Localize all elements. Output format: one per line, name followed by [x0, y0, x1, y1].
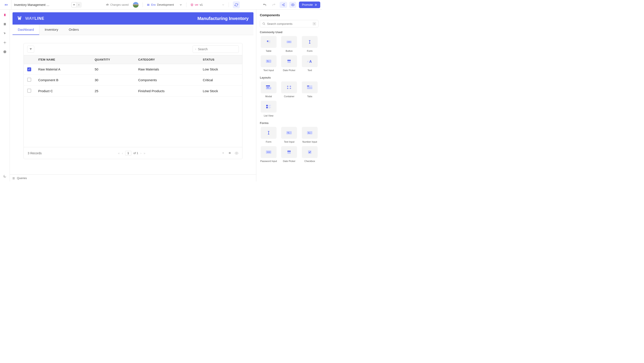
mobile-icon[interactable] — [76, 2, 81, 7]
rail-pages-icon[interactable] — [3, 22, 7, 26]
component-numberinput[interactable]: 1..Number Input — [301, 127, 318, 143]
redo-icon — [272, 3, 276, 6]
cell-status: Critical — [199, 75, 242, 86]
tabs: Dashboard Inventory Orders — [12, 24, 254, 35]
table-search[interactable] — [193, 45, 239, 53]
component-password[interactable]: Password Input — [260, 146, 278, 162]
refresh-button[interactable] — [233, 1, 240, 8]
svg-text:A: A — [307, 60, 308, 63]
svg-point-35 — [288, 42, 288, 42]
component-search-input[interactable] — [267, 22, 311, 25]
component-table[interactable]: Table — [260, 36, 278, 52]
svg-rect-67 — [268, 107, 271, 107]
share-button[interactable] — [280, 2, 287, 8]
search-icon — [195, 48, 196, 51]
app-logo[interactable] — [2, 0, 12, 9]
svg-point-77 — [267, 152, 268, 153]
rail-debug-icon[interactable] — [3, 40, 7, 45]
component-textinput[interactable]: T..Text Input — [260, 55, 278, 71]
component-button[interactable]: Button — [280, 36, 298, 52]
tab-orders[interactable]: Orders — [64, 24, 84, 35]
chevron-down-icon — [179, 3, 182, 6]
table-row[interactable]: Raw Material A 50 Raw Materials Low Stoc… — [24, 64, 242, 75]
svg-point-18 — [195, 49, 196, 49]
save-status: Changes saved — [106, 3, 128, 6]
component-datepicker[interactable]: Date Picker — [280, 55, 298, 71]
svg-line-8 — [283, 5, 284, 5]
promote-button[interactable]: Promote — [299, 1, 320, 8]
component-listview[interactable]: List View — [260, 101, 278, 117]
component-container[interactable]: Container — [280, 81, 298, 98]
rail-components-icon[interactable] — [3, 13, 7, 17]
environment-selector[interactable]: Env Development — [147, 3, 182, 6]
page-prev[interactable]: ‹ — [122, 151, 123, 155]
component-tabs[interactable]: Tabs — [301, 81, 318, 98]
svg-rect-25 — [12, 178, 14, 178]
component-datepicker[interactable]: Date Picker — [280, 146, 298, 162]
text-icon: AA — [302, 55, 318, 67]
panel-title: Components — [260, 13, 318, 17]
download-button[interactable] — [228, 151, 231, 155]
user-avatar[interactable] — [133, 2, 138, 8]
svg-line-28 — [264, 24, 265, 25]
cell-category: Finished Products — [135, 86, 199, 97]
redo-button[interactable] — [270, 1, 278, 8]
device-toggle[interactable] — [71, 2, 82, 8]
tab-inventory[interactable]: Inventory — [39, 24, 64, 35]
search-input[interactable] — [198, 47, 236, 51]
component-modal[interactable]: Modal — [260, 81, 278, 98]
svg-point-36 — [289, 42, 289, 42]
col-category[interactable]: CATEGORY — [135, 55, 199, 64]
svg-point-27 — [263, 22, 264, 24]
modal-icon — [261, 81, 276, 93]
component-text[interactable]: AAText — [301, 55, 318, 71]
cell-quantity: 25 — [91, 86, 135, 97]
component-checkbox[interactable]: Checkbox — [301, 146, 318, 162]
row-checkbox[interactable] — [27, 78, 31, 82]
page-last[interactable]: » — [144, 151, 146, 155]
col-item-name[interactable]: ITEM NAME — [35, 55, 91, 64]
svg-rect-31 — [269, 41, 270, 42]
hide-columns-button[interactable] — [235, 151, 238, 155]
filter-button[interactable] — [27, 46, 34, 53]
page-current[interactable] — [125, 151, 131, 156]
rail-settings-icon[interactable] — [3, 50, 7, 54]
row-checkbox[interactable] — [27, 67, 31, 71]
undo-button[interactable] — [261, 1, 268, 8]
desktop-icon[interactable] — [72, 2, 76, 7]
left-rail — [0, 10, 10, 181]
queries-panel-toggle[interactable]: Queries — [10, 174, 256, 181]
datepicker-icon — [281, 146, 297, 158]
add-row-button[interactable] — [222, 151, 225, 155]
component-form[interactable]: Form — [301, 36, 318, 52]
cell-item-name: Product C — [35, 86, 91, 97]
page-first[interactable]: « — [118, 151, 120, 155]
svg-rect-30 — [269, 41, 270, 41]
version-selector[interactable]: ver v1 — [190, 3, 225, 6]
svg-rect-66 — [268, 106, 270, 106]
svg-rect-26 — [12, 179, 14, 179]
chevron-down-icon — [222, 3, 225, 6]
svg-rect-44 — [288, 60, 291, 61]
table-row[interactable]: Product C 25 Finished Products Low Stock — [24, 86, 242, 97]
rail-theme-icon[interactable] — [3, 174, 7, 178]
component-search[interactable]: × — [260, 20, 318, 27]
container-icon — [281, 81, 297, 93]
table-row[interactable]: Component B 30 Components Critical — [24, 75, 242, 86]
svg-rect-2 — [79, 4, 79, 5]
component-textinput[interactable]: T..Text Input — [280, 127, 298, 143]
cell-quantity: 50 — [91, 64, 135, 75]
row-checkbox[interactable] — [27, 89, 31, 93]
col-quantity[interactable]: QUANTITY — [91, 55, 135, 64]
svg-rect-3 — [147, 4, 150, 4]
tab-dashboard[interactable]: Dashboard — [12, 24, 39, 35]
rail-pointer-icon[interactable] — [3, 31, 7, 35]
page-next[interactable]: › — [140, 151, 142, 155]
clear-search-button[interactable]: × — [312, 22, 316, 25]
svg-rect-29 — [267, 41, 268, 42]
component-form[interactable]: Form — [260, 127, 278, 143]
svg-point-37 — [290, 42, 290, 42]
preview-button[interactable] — [289, 2, 296, 8]
svg-rect-24 — [12, 177, 14, 178]
col-status[interactable]: STATUS — [199, 55, 242, 64]
